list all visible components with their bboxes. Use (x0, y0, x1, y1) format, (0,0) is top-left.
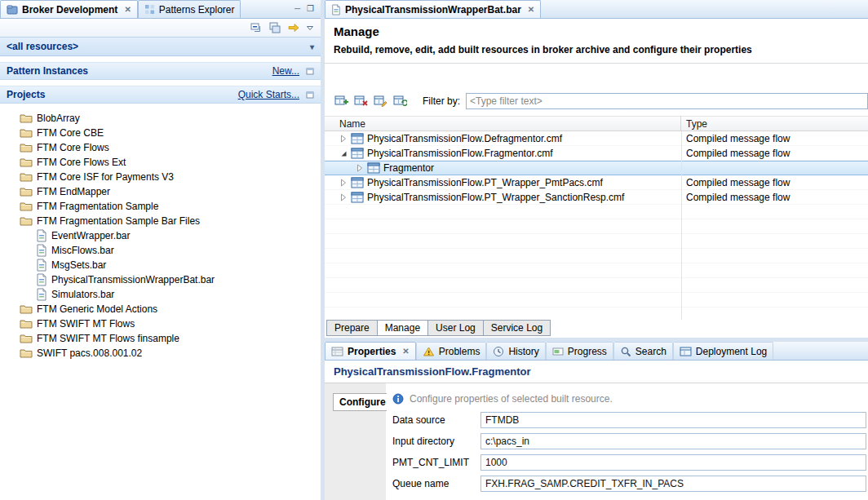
tab-history[interactable]: History (486, 342, 545, 360)
column-header-type[interactable]: Type (681, 118, 868, 130)
maximize-view-icon[interactable]: ❐ (307, 4, 314, 13)
tab-label: Properties (348, 346, 396, 357)
resource-type: Compiled message flow (681, 192, 868, 203)
tab-search[interactable]: Search (613, 342, 673, 360)
minimize-view-icon[interactable]: ─ (294, 4, 300, 13)
table-row[interactable]: PhysicalTransmissionFlow.Defragmentor.cm… (325, 131, 868, 146)
tab-deployment-log[interactable]: Deployment Log (673, 342, 773, 360)
expand-expanded-icon[interactable] (339, 150, 348, 157)
resource-name: PhysicalTransmissionFlow.Defragmentor.cm… (367, 133, 562, 144)
page-tab-manage[interactable]: Manage (377, 320, 428, 336)
table-row[interactable]: PhysicalTransmissionFlow.PT_Wrapper_PmtP… (325, 175, 868, 190)
properties-icon (331, 346, 343, 357)
project-icon (20, 112, 33, 125)
page-tab-prepare[interactable]: Prepare (326, 320, 378, 336)
queue-name-input[interactable] (480, 476, 866, 492)
new-pattern-link[interactable]: New... (272, 65, 299, 77)
project-icon (20, 332, 33, 345)
bar-file-icon (36, 259, 47, 272)
tab-label: Deployment Log (696, 346, 767, 357)
tree-item[interactable]: PhysicalTransmissionWrapperBat.bar (0, 272, 321, 287)
expand-collapsed-icon[interactable] (339, 179, 348, 187)
tab-patterns-explorer[interactable]: Patterns Explorer (138, 0, 241, 18)
input-directory-input[interactable] (480, 433, 866, 449)
info-message: Configure properties of selected built r… (392, 393, 866, 405)
tree-item[interactable]: FTM Core CBE (0, 126, 321, 140)
progress-icon (552, 346, 564, 357)
message-flow-icon (367, 162, 380, 174)
tab-bar-file-editor[interactable]: PhysicalTransmissionWrapperBat.bar ✕ (325, 0, 541, 18)
page-tab-service-log[interactable]: Service Log (483, 320, 551, 336)
close-icon[interactable]: ✕ (528, 5, 534, 14)
field-label-pmt-cnt-limit: PMT_CNT_LIMIT (392, 457, 480, 468)
project-icon (20, 156, 33, 169)
compiled-message-flow-icon (351, 148, 364, 159)
compiled-message-flow-icon (351, 192, 364, 203)
tree-item[interactable]: EventWrapper.bar (0, 228, 321, 243)
resources-filter-combo[interactable]: <all resources> ▾ (0, 37, 321, 56)
tree-item[interactable]: BlobArray (0, 111, 321, 126)
type-filter-input[interactable] (466, 93, 868, 109)
chevron-down-icon: ▾ (310, 42, 314, 51)
data-source-input[interactable] (480, 412, 866, 428)
tree-item[interactable]: FTM Fragmentation Sample Bar Files (0, 214, 321, 228)
tree-item[interactable]: FTM Fragmentation Sample (0, 199, 321, 214)
quick-starts-link[interactable]: Quick Starts... (238, 89, 299, 100)
bar-file-icon (331, 4, 341, 15)
view-menu-icon[interactable] (306, 24, 314, 32)
tree-item[interactable]: FTM SWIFT MT Flows finsample (0, 331, 321, 346)
tree-item[interactable]: FTM EndMapper (0, 184, 321, 199)
tab-progress[interactable]: Progress (546, 342, 613, 360)
table-row[interactable]: PhysicalTransmissionFlow.PT_Wrapper_Sanc… (325, 190, 868, 205)
resource-name: PhysicalTransmissionFlow.PT_Wrapper_PmtP… (367, 177, 603, 188)
tree-item[interactable]: FTM SWIFT MT Flows (0, 316, 321, 331)
page-tab-user-log[interactable]: User Log (427, 320, 484, 336)
tab-label: Progress (568, 346, 607, 357)
tab-label: Search (636, 346, 666, 357)
tree-item[interactable]: FTM Core Flows Ext (0, 155, 321, 170)
section-pattern-instances: Pattern Instances New... (0, 62, 321, 80)
collapse-all-icon[interactable] (250, 21, 263, 34)
expand-collapsed-icon[interactable] (339, 193, 348, 201)
column-divider (681, 131, 682, 320)
close-icon[interactable]: ✕ (402, 347, 409, 356)
tab-broker-development[interactable]: Broker Development ✕ (0, 0, 138, 18)
tree-item[interactable]: SWIFT pacs.008.001.02 (0, 346, 321, 361)
field-row: Queue name (392, 476, 866, 492)
add-icon[interactable] (334, 95, 348, 108)
close-icon[interactable]: ✕ (124, 5, 131, 14)
info-text: Configure properties of selected built r… (410, 393, 613, 405)
section-menu-icon[interactable] (306, 91, 315, 100)
table-row-selected[interactable]: Fragmentor (325, 161, 868, 175)
divider (325, 63, 868, 64)
tab-properties[interactable]: Properties ✕ (325, 342, 416, 360)
projects-tree: BlobArray FTM Core CBE FTM Core Flows FT… (0, 104, 321, 361)
pmt-cnt-limit-input[interactable] (480, 454, 866, 471)
tree-item[interactable]: FTM Core Flows (0, 140, 321, 155)
column-header-name[interactable]: Name (325, 116, 681, 131)
page-description: Rebuild, remove, edit, add built resourc… (334, 44, 858, 55)
expand-collapsed-icon[interactable] (356, 164, 364, 172)
expand-collapsed-icon[interactable] (339, 135, 348, 143)
table-row[interactable]: PhysicalTransmissionFlow.Fragmentor.cmf … (325, 146, 868, 161)
remove-icon[interactable] (354, 95, 368, 108)
layers-icon[interactable] (268, 21, 281, 34)
project-icon (20, 317, 33, 330)
field-row: Data source (392, 412, 866, 428)
field-row: Input directory (392, 433, 866, 449)
project-icon (20, 347, 33, 360)
resources-filter-value: <all resources> (7, 41, 78, 52)
tab-problems[interactable]: Problems (416, 342, 487, 360)
tree-item[interactable]: FTM Core ISF for Payments V3 (0, 170, 321, 184)
tree-item[interactable]: MiscFlows.bar (0, 243, 321, 258)
tree-item[interactable]: MsgSets.bar (0, 258, 321, 272)
tree-item[interactable]: FTM Generic Model Actions (0, 302, 321, 316)
bar-editor: PhysicalTransmissionWrapperBat.bar ✕ Man… (325, 0, 868, 338)
tab-configure[interactable]: Configure (333, 393, 387, 411)
section-menu-icon[interactable] (306, 67, 315, 76)
link-with-editor-icon[interactable] (287, 21, 300, 34)
refresh-icon[interactable] (393, 95, 407, 108)
edit-icon[interactable] (374, 95, 388, 108)
tree-item[interactable]: Simulators.bar (0, 287, 321, 302)
bar-file-icon (36, 244, 47, 257)
